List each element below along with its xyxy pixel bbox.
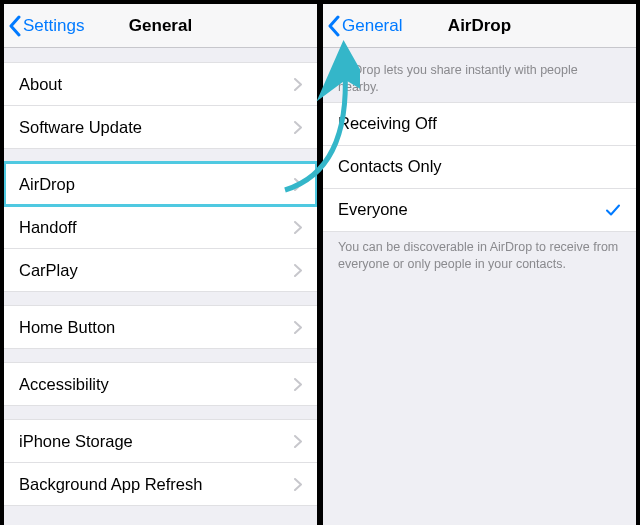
back-button-general[interactable]: General <box>323 15 402 37</box>
list-item-label: Background App Refresh <box>19 475 202 494</box>
option-label: Contacts Only <box>338 157 442 176</box>
chevron-right-icon <box>294 121 302 134</box>
list-item-about[interactable]: About <box>4 62 317 106</box>
chevron-left-icon <box>8 15 21 37</box>
navbar-left: Settings General <box>4 4 317 48</box>
list-item-carplay[interactable]: CarPlay <box>4 248 317 292</box>
general-list: About Software Update AirDrop Handoff Ca… <box>4 48 317 525</box>
header-description: AirDrop lets you share instantly with pe… <box>323 48 636 102</box>
chevron-right-icon <box>294 478 302 491</box>
chevron-right-icon <box>294 78 302 91</box>
checkmark-icon <box>605 202 621 218</box>
list-item-label: Home Button <box>19 318 115 337</box>
chevron-right-icon <box>294 321 302 334</box>
list-item-label: iPhone Storage <box>19 432 133 451</box>
back-button-settings[interactable]: Settings <box>4 15 84 37</box>
general-settings-screen: Settings General About Software Update A… <box>4 4 317 525</box>
list-item-label: CarPlay <box>19 261 78 280</box>
list-item-handoff[interactable]: Handoff <box>4 205 317 249</box>
list-item-airdrop[interactable]: AirDrop <box>4 162 317 206</box>
list-item-accessibility[interactable]: Accessibility <box>4 362 317 406</box>
option-everyone[interactable]: Everyone <box>323 188 636 232</box>
option-contacts-only[interactable]: Contacts Only <box>323 145 636 189</box>
list-item-label: Accessibility <box>19 375 109 394</box>
list-item-label: About <box>19 75 62 94</box>
chevron-right-icon <box>294 378 302 391</box>
option-label: Receiving Off <box>338 114 437 133</box>
chevron-right-icon <box>294 435 302 448</box>
airdrop-settings-screen: General AirDrop AirDrop lets you share i… <box>323 4 636 525</box>
list-item-software-update[interactable]: Software Update <box>4 105 317 149</box>
list-item-label: AirDrop <box>19 175 75 194</box>
navbar-right: General AirDrop <box>323 4 636 48</box>
chevron-right-icon <box>294 221 302 234</box>
footer-description: You can be discoverable in AirDrop to re… <box>323 231 636 277</box>
option-label: Everyone <box>338 200 408 219</box>
list-item-label: Handoff <box>19 218 77 237</box>
back-label: Settings <box>23 16 84 36</box>
option-receiving-off[interactable]: Receiving Off <box>323 102 636 146</box>
list-item-background-app-refresh[interactable]: Background App Refresh <box>4 462 317 506</box>
back-label: General <box>342 16 402 36</box>
list-item-label: Software Update <box>19 118 142 137</box>
chevron-left-icon <box>327 15 340 37</box>
list-item-home-button[interactable]: Home Button <box>4 305 317 349</box>
list-item-iphone-storage[interactable]: iPhone Storage <box>4 419 317 463</box>
chevron-right-icon <box>294 264 302 277</box>
airdrop-content: AirDrop lets you share instantly with pe… <box>323 48 636 525</box>
chevron-right-icon <box>294 178 302 191</box>
